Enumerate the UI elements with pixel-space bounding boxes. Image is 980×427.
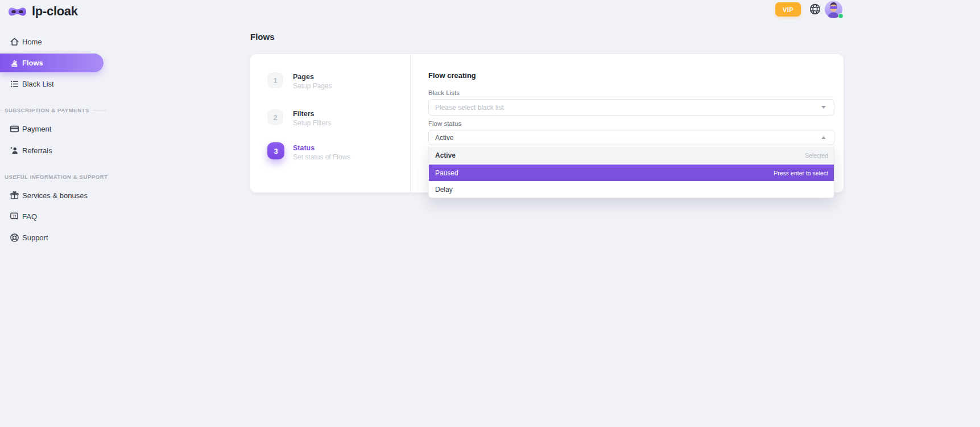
form-title: Flow creating <box>428 71 476 80</box>
flow-status-dropdown: Active Selected Paused Press enter to se… <box>428 146 834 198</box>
option-paused[interactable]: Paused Press enter to select <box>429 163 834 181</box>
step-subtitle: Set status of Flows <box>293 153 350 161</box>
user-avatar[interactable] <box>825 1 842 18</box>
chevron-up-icon <box>821 136 826 139</box>
black-lists-select[interactable]: Please select black list <box>428 99 834 116</box>
sidebar-item-label: Black List <box>22 80 54 88</box>
gift-icon <box>10 191 19 200</box>
step-pages[interactable]: 1 Pages Setup Pages <box>267 72 283 88</box>
flow-status-label: Flow status <box>428 120 461 127</box>
black-lists-placeholder: Please select black list <box>435 104 504 112</box>
option-label: Paused <box>435 169 458 177</box>
sidebar-item-label: Flows <box>22 59 43 67</box>
sidebar-item-support[interactable]: Support <box>0 229 114 245</box>
vip-button[interactable]: VIP <box>775 2 801 17</box>
faq-bubble-icon: ?! <box>10 212 19 221</box>
sidebar-item-referrals[interactable]: Referrals <box>0 142 114 158</box>
step-filters[interactable]: 2 Filters Setup Filters <box>267 109 283 125</box>
globe-icon <box>809 3 821 15</box>
lifebuoy-icon <box>10 233 19 243</box>
step-subtitle: Setup Filters <box>293 119 331 127</box>
option-hint: Selected <box>805 152 828 159</box>
sidebar-item-label: FAQ <box>22 212 37 221</box>
sidebar-item-label: Support <box>22 233 48 242</box>
sidebar-item-label: Referrals <box>22 146 52 155</box>
brand-logo[interactable]: lp-cloak <box>8 4 78 19</box>
step-subtitle: Setup Pages <box>293 82 332 90</box>
referrals-icon <box>10 146 19 155</box>
sidebar-section-title: SUBSCRIPTION & PAYMENTS <box>0 106 106 114</box>
sidebar-item-label: Services & bonuses <box>22 191 88 200</box>
option-label: Delay <box>435 186 453 194</box>
sidebar-item-services-bonuses[interactable]: Services & bonuses <box>0 187 114 203</box>
step-number-badge: 2 <box>267 109 283 125</box>
option-hint: Press enter to select <box>774 170 828 176</box>
step-number-badge: 1 <box>267 72 283 88</box>
brand-name: lp-cloak <box>32 4 78 19</box>
sidebar-item-faq[interactable]: ?! FAQ <box>0 208 114 224</box>
page-title: Flows <box>250 32 275 42</box>
option-delay[interactable]: Delay <box>429 181 834 198</box>
sidebar-section-title: USEFUL INFORMATION & SUPPORT <box>0 173 106 180</box>
sidebar-item-label: Home <box>22 38 42 46</box>
sidebar-item-black-list[interactable]: Black List <box>0 76 114 92</box>
step-status[interactable]: 3 Status Set status of Flows <box>267 142 284 159</box>
sidebar-item-payment[interactable]: Payment <box>0 121 114 137</box>
black-lists-label: Black Lists <box>428 89 460 96</box>
sidebar-item-label: Payment <box>22 125 51 133</box>
option-label: Active <box>435 151 456 159</box>
chevron-down-icon <box>821 106 826 109</box>
credit-card-icon <box>10 124 19 134</box>
step-number-badge: 3 <box>267 142 284 159</box>
flow-wizard-card: 1 Pages Setup Pages 2 Filters Setup Filt… <box>250 54 843 192</box>
online-status-dot <box>838 13 843 19</box>
sidebar-item-flows[interactable]: Flows <box>0 54 104 72</box>
step-title: Filters <box>293 110 315 118</box>
step-title: Status <box>293 144 315 152</box>
step-title: Pages <box>293 73 314 81</box>
option-active[interactable]: Active Selected <box>429 147 834 163</box>
mask-icon <box>8 5 27 18</box>
flow-status-value: Active <box>435 134 454 142</box>
card-divider <box>410 54 411 192</box>
flow-status-select[interactable]: Active <box>428 130 834 145</box>
language-globe-button[interactable] <box>809 3 821 15</box>
home-icon <box>10 37 19 47</box>
app-root: lp-cloak VIP <box>0 0 980 427</box>
black-list-icon <box>10 79 19 89</box>
svg-text:?!: ?! <box>12 213 16 218</box>
sidebar-item-home[interactable]: Home <box>0 34 114 50</box>
flows-icon <box>10 58 19 68</box>
